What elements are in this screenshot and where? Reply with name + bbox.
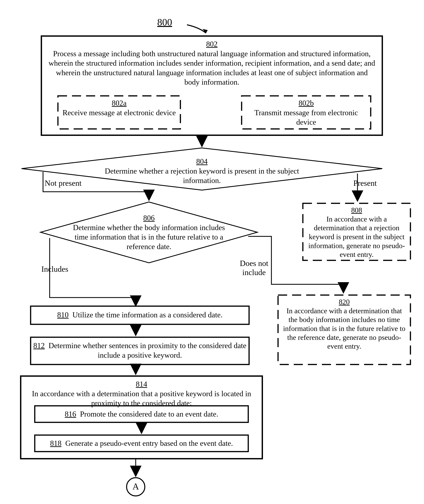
label-present: Present [353,178,377,188]
diamond-806-text: Determine whether the body information i… [69,223,228,251]
box-802b-ref: 802b [299,99,314,107]
label-not-present: Not present [45,178,81,188]
box-802b-text: Transmit message from electronic device [245,108,368,127]
box-820-text: In accordance with a determination that … [281,306,407,351]
box-814-content: 814 In accordance with a determination t… [25,379,258,408]
label-includes: Includes [41,264,68,273]
box-820-content: 820 In accordance with a determination t… [281,298,407,351]
diamond-806-ref: 806 [143,214,155,222]
box-810-ref: 810 [57,311,69,319]
box-808-ref: 808 [351,206,362,214]
connector-A-label: A [127,481,144,492]
label-does-not-include-l2: include [235,268,273,277]
box-802a-content: 802a Receive message at electronic devic… [61,98,177,117]
title-arrow [187,25,208,33]
flowchart-canvas: 800 802 Process a message including both… [0,0,424,504]
figure-number-text: 800 [157,17,172,28]
box-812-content: 812 Determine whether sentences in proxi… [33,341,247,360]
label-does-not-include-l1: Does not [235,259,273,268]
box-820-ref: 820 [339,298,350,306]
box-818-content: 818 Generate a pseudo-event entry based … [37,439,246,448]
diamond-804-text: Determine whether a rejection keyword is… [86,166,318,185]
diamond-806-content: 806 Determine whether the body informati… [69,213,228,251]
diamond-804-ref: 804 [196,157,208,166]
box-814-ref: 814 [136,380,147,388]
box-802-text: Process a message including both unstruc… [48,49,376,87]
box-802-ref: 802 [206,40,218,48]
figure-number: 800 [157,17,172,28]
box-810-content: 810 Utilize the time information as a co… [33,310,247,319]
box-816-text: Promote the considered date to an event … [80,410,218,418]
box-802a-text: Receive message at electronic device [61,108,177,117]
box-814-text: In accordance with a determination that … [25,389,258,408]
box-802-content: 802 Process a message including both uns… [48,39,376,87]
box-816-ref: 816 [65,410,76,418]
box-802b-content: 802b Transmit message from electronic de… [245,98,368,127]
box-818-text: Generate a pseudo-event entry based on t… [65,439,233,448]
box-812-text: Determine whether sentences in proximity… [49,341,246,359]
box-812-ref: 812 [33,341,45,350]
box-802a-ref: 802a [112,99,126,107]
box-810-text: Utilize the time information as a consid… [73,311,223,319]
label-does-not-include: Does not include [235,259,273,277]
box-816-content: 816 Promote the considered date to an ev… [37,410,246,418]
box-818-ref: 818 [50,439,62,448]
diamond-804-content: 804 Determine whether a rejection keywor… [86,157,318,185]
box-808-content: 808 In accordance with a determination t… [306,206,407,259]
box-808-text: In accordance with a determination that … [306,215,407,259]
